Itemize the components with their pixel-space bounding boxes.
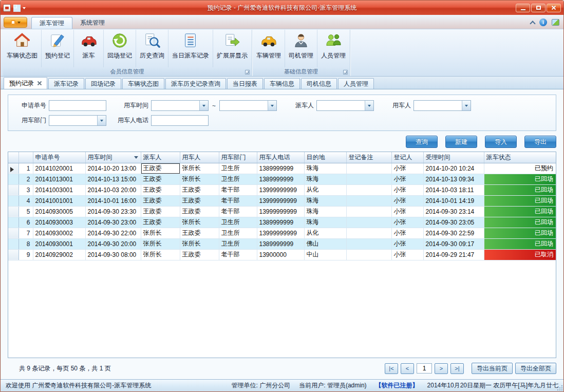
cell-remark xyxy=(346,174,391,184)
cell-accept-time: 2014-10-03 18:11 xyxy=(423,184,484,195)
export-all-pages-button[interactable]: 导出全部页 xyxy=(515,363,556,374)
close-tab-icon[interactable] xyxy=(37,81,42,85)
history-query-button[interactable]: 历史查询 xyxy=(136,30,168,67)
use-time-from-combo[interactable] xyxy=(151,100,209,111)
cell-remark xyxy=(346,184,391,195)
doc-tab-reservation-records[interactable]: 预约记录 xyxy=(4,77,47,89)
daily-dispatch-records-button[interactable]: 当日派车记录 xyxy=(168,30,213,67)
doc-tab-driver-info[interactable]: 司机信息 xyxy=(301,78,337,89)
column-header-order-no[interactable]: 申请单号 xyxy=(33,152,85,163)
cell-registrar: 小张 xyxy=(391,238,423,249)
ribbon-group-caption-text: 会员信息管理 xyxy=(110,68,144,76)
records-grid[interactable]: 申请单号用车时间派车人用车人用车部门用车人电话目的地登记备注登记人受理时间派车状… xyxy=(8,152,556,358)
table-row[interactable]: 4201410010012014-10-01 16:00王政委王政委老干部139… xyxy=(8,195,556,206)
dispatch-vehicle-button[interactable]: 派车 xyxy=(74,30,104,67)
doc-tab-return-records[interactable]: 回场记录 xyxy=(85,78,121,89)
layout-grid-icon[interactable] xyxy=(13,5,20,11)
page-number-input[interactable]: 1 xyxy=(417,363,432,374)
first-page-button[interactable]: |< xyxy=(385,363,398,374)
new-button[interactable]: 新建 xyxy=(445,136,477,148)
phone-input[interactable] xyxy=(151,115,209,126)
registered-link[interactable]: 【软件已注册】 xyxy=(375,381,419,390)
doc-tab-strip: 预约记录派车记录回场记录车辆状态图派车历史记录查询当日报表车辆信息司机信息人员管… xyxy=(1,77,563,89)
minimize-button[interactable] xyxy=(516,4,530,12)
export-button[interactable]: 导出 xyxy=(524,136,556,148)
app-menu-button[interactable] xyxy=(4,17,27,28)
extend-screen-display-button[interactable]: 扩展屏显示 xyxy=(213,30,251,67)
table-row[interactable]: 8201409300012014-09-30 20:00张所长张所长卫生所138… xyxy=(8,238,556,249)
table-row[interactable]: 6201409300032014-09-30 23:00王政委张所长卫生所138… xyxy=(8,217,556,228)
column-header-passenger[interactable]: 用车人 xyxy=(180,152,219,163)
doc-tab-vehicle-info[interactable]: 车辆信息 xyxy=(264,78,300,89)
dialog-launcher-icon[interactable] xyxy=(245,70,250,74)
reservation-register-button[interactable]: 预约登记 xyxy=(42,30,74,67)
column-header-label: 用车人电话 xyxy=(259,154,290,161)
department-combo[interactable] xyxy=(49,115,106,126)
column-header-status[interactable]: 派车状态 xyxy=(484,152,556,163)
table-row[interactable]: 2201410130012014-10-13 15:00王政委张所长卫生所138… xyxy=(8,174,556,184)
column-header-accept-time[interactable]: 受理时间 xyxy=(423,152,484,163)
collapse-ribbon-icon[interactable] xyxy=(530,21,535,26)
row-number: 1 xyxy=(18,163,33,174)
maximize-button[interactable] xyxy=(531,4,546,12)
return-register-button[interactable]: 回场登记 xyxy=(104,30,136,67)
cell-use-time: 2014-10-03 20:00 xyxy=(85,184,141,195)
prev-page-button[interactable]: < xyxy=(401,363,414,374)
doc-tab-dispatch-history-query[interactable]: 派车历史记录查询 xyxy=(165,78,226,89)
column-header-remark[interactable]: 登记备注 xyxy=(346,152,391,163)
use-time-to-combo[interactable] xyxy=(219,100,277,111)
chevron-down-icon[interactable] xyxy=(462,101,471,110)
chevron-down-icon[interactable] xyxy=(199,101,208,110)
table-row[interactable]: 3201410030012014-10-03 20:00王政委王政委老干部139… xyxy=(8,184,556,195)
vehicle-manage-icon xyxy=(260,32,277,49)
vehicle-management-button[interactable]: 车辆管理 xyxy=(253,30,285,67)
doc-tab-personnel-management-tab[interactable]: 人员管理 xyxy=(338,78,374,89)
extend-screen-display-label: 扩展屏显示 xyxy=(217,51,248,60)
cell-passenger: 张所长 xyxy=(180,238,219,249)
help-info-icon[interactable] xyxy=(539,18,547,26)
column-header-destination[interactable]: 目的地 xyxy=(304,152,346,163)
order-no-input[interactable] xyxy=(49,100,106,111)
column-header-use-time[interactable]: 用车时间 xyxy=(85,152,141,163)
column-header-phone[interactable]: 用车人电话 xyxy=(257,152,304,163)
skin-gallery-icon[interactable] xyxy=(552,19,559,26)
driver-management-button[interactable]: 司机管理 xyxy=(285,30,317,67)
column-header-department[interactable]: 用车部门 xyxy=(219,152,257,163)
vehicle-status-map-button[interactable]: 车辆状态图 xyxy=(3,30,42,67)
driver-management-label: 司机管理 xyxy=(289,51,313,60)
table-row[interactable]: 7201409300022014-09-30 22:00张所长王政委卫生所139… xyxy=(8,228,556,238)
column-header-registrar[interactable]: 登记人 xyxy=(391,152,423,163)
doc-tab-daily-report[interactable]: 当日报表 xyxy=(227,78,263,89)
doc-tab-dispatch-records[interactable]: 派车记录 xyxy=(48,78,84,89)
status-cell: 已回场 xyxy=(484,206,556,217)
passenger-combo[interactable] xyxy=(413,100,471,111)
resize-grip[interactable] xyxy=(556,384,562,390)
doc-tab-vehicle-status-map[interactable]: 车辆状态图 xyxy=(122,78,164,89)
quick-access-dropdown-icon[interactable] xyxy=(23,7,26,11)
query-button[interactable]: 查询 xyxy=(406,136,438,148)
cell-department: 卫生所 xyxy=(219,174,257,184)
chevron-down-icon[interactable] xyxy=(365,101,373,110)
import-button[interactable]: 导入 xyxy=(485,136,517,148)
chevron-down-icon[interactable] xyxy=(97,116,106,125)
column-header-label: 申请单号 xyxy=(35,154,60,161)
next-page-button[interactable]: > xyxy=(435,363,448,374)
chevron-down-icon[interactable] xyxy=(268,101,276,110)
dialog-launcher-icon[interactable] xyxy=(343,70,348,74)
table-row[interactable]: 1201410200012014-10-20 13:00王政委张所长卫生所138… xyxy=(8,163,556,174)
column-header-dispatcher[interactable]: 派车人 xyxy=(141,152,180,163)
cell-department: 卫生所 xyxy=(219,238,257,249)
personnel-management-button[interactable]: 人员管理 xyxy=(317,30,349,67)
last-page-button[interactable]: >| xyxy=(450,363,464,374)
dispatcher-combo[interactable] xyxy=(316,100,374,111)
table-row[interactable]: 9201409290022014-09-30 08:00张所长王政委老干部139… xyxy=(8,249,556,260)
export-current-page-button[interactable]: 导出当前页 xyxy=(472,363,513,374)
cell-accept-time: 2014-09-30 09:17 xyxy=(423,238,484,249)
people-manage-icon xyxy=(325,32,342,49)
title-bar[interactable]: 预约记录 - 广州爱奇迪软件科技有限公司-派车管理系统 xyxy=(1,1,563,15)
ribbon-tab-dispatch-management[interactable]: 派车管理 xyxy=(31,17,72,29)
ribbon-tab-system-management[interactable]: 系统管理 xyxy=(72,17,112,29)
table-row[interactable]: 5201409300052014-09-30 23:30王政委王政委老干部139… xyxy=(8,206,556,217)
cell-use-time: 2014-09-30 22:00 xyxy=(85,228,141,238)
close-button[interactable] xyxy=(547,4,561,12)
